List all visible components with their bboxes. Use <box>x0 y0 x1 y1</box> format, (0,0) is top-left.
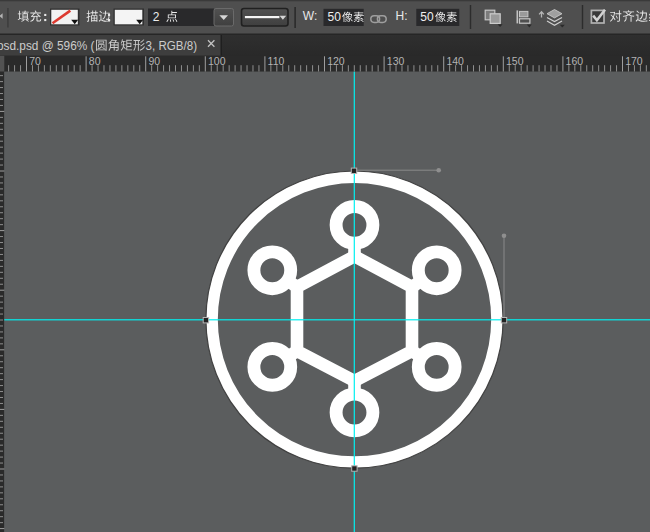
svg-text:100: 100 <box>208 55 226 67</box>
svg-text:140: 140 <box>446 55 464 67</box>
svg-text:osd.psd @ 596% (: osd.psd @ 596% ( <box>0 39 95 53</box>
svg-text:110: 110 <box>268 55 285 67</box>
svg-text:50: 50 <box>420 10 434 24</box>
svg-text:160: 160 <box>566 55 584 67</box>
svg-text:120: 120 <box>327 55 345 67</box>
svg-text:170: 170 <box>625 55 643 67</box>
svg-text:H:: H: <box>396 9 408 23</box>
svg-text:130: 130 <box>387 55 405 67</box>
svg-text:50: 50 <box>328 10 342 24</box>
svg-text:80: 80 <box>89 55 101 67</box>
svg-text:90: 90 <box>148 55 160 67</box>
svg-text:150: 150 <box>506 55 524 67</box>
svg-text:W:: W: <box>303 9 317 23</box>
svg-text:3, RGB/8): 3, RGB/8) <box>146 39 198 53</box>
svg-text:70: 70 <box>29 55 41 67</box>
svg-text:2: 2 <box>153 10 160 24</box>
